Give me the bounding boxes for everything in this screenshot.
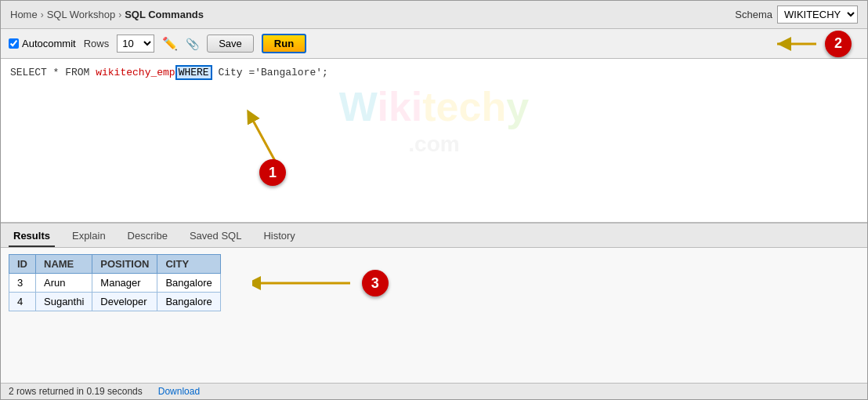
sql-text-area: SELECT * FROM wikitechy_emp WHERE City =… xyxy=(1,59,867,86)
breadcrumb-sep1: › xyxy=(41,9,44,20)
toolbar: Autocommit Rows 10 25 50 100 ✏️ 📎 Save R… xyxy=(1,29,867,59)
autocommit-checkbox[interactable] xyxy=(9,38,19,49)
main-container: Home › SQL Workshop › SQL Commands Schem… xyxy=(0,0,868,400)
schema-select[interactable]: WIKITECHY xyxy=(777,5,858,24)
annotation-3: 3 xyxy=(252,270,389,296)
download-link[interactable]: Download xyxy=(158,386,200,397)
breadcrumb-current: SQL Commands xyxy=(125,9,204,20)
run-button[interactable]: Run xyxy=(262,34,306,53)
tab-explain[interactable]: Explain xyxy=(67,227,110,247)
autocommit-label: Autocommit xyxy=(9,38,76,49)
col-city: CITY xyxy=(157,255,220,274)
sql-editor[interactable]: Wikitechy .com SELECT * FROM wikitechy_e… xyxy=(1,59,867,224)
arrow-svg-1 xyxy=(244,106,314,169)
cell-position-1: Manager xyxy=(92,274,157,293)
results-body: ID NAME POSITION CITY 3 Arun Manager Ban… xyxy=(1,248,867,318)
table-row: 3 Arun Manager Bangalore xyxy=(9,274,221,293)
tab-results[interactable]: Results xyxy=(9,227,55,247)
arrow-svg-3 xyxy=(252,275,354,291)
cell-id-2: 4 xyxy=(9,293,36,311)
edit-icon[interactable]: ✏️ xyxy=(162,36,178,51)
breadcrumb-home[interactable]: Home xyxy=(10,9,38,20)
watermark-line1: Wikitechy xyxy=(339,82,529,131)
schema-selector: Schema WIKITECHY xyxy=(735,5,858,24)
breadcrumb-bar: Home › SQL Workshop › SQL Commands Schem… xyxy=(1,1,867,29)
annotation-arrow-2: 2 xyxy=(773,31,852,57)
breadcrumb: Home › SQL Workshop › SQL Commands xyxy=(10,9,204,20)
col-position: POSITION xyxy=(92,255,157,274)
rows-label: Rows xyxy=(84,38,110,49)
annotation-circle-3: 3 xyxy=(362,270,389,296)
col-name: NAME xyxy=(36,255,92,274)
col-id: ID xyxy=(9,255,36,274)
sql-select: SELECT * FROM xyxy=(10,67,96,78)
cell-id-1: 3 xyxy=(9,274,36,293)
rows-select[interactable]: 10 25 50 100 xyxy=(117,35,154,53)
results-tabs: Results Explain Describe Saved SQL Histo… xyxy=(1,224,867,248)
watermark: Wikitechy .com xyxy=(339,82,529,158)
cell-city-1: Bangalore xyxy=(157,274,220,293)
tab-describe[interactable]: Describe xyxy=(123,227,172,247)
annotation-circle-2: 2 xyxy=(825,31,852,57)
cell-position-2: Developer xyxy=(92,293,157,311)
tab-history[interactable]: History xyxy=(259,227,299,247)
watermark-line2: .com xyxy=(339,131,529,158)
cell-name-1: Arun xyxy=(36,274,92,293)
clear-icon[interactable]: 📎 xyxy=(186,38,199,50)
status-bar: 2 rows returned in 0.19 seconds Download xyxy=(1,383,867,399)
cell-city-2: Bangalore xyxy=(157,293,220,311)
table-row: 4 Suganthi Developer Bangalore xyxy=(9,293,221,311)
sql-table-name: wikitechy_emp xyxy=(96,67,175,78)
tab-saved-sql[interactable]: Saved SQL xyxy=(185,227,247,247)
annotation-1: 1 xyxy=(244,106,314,171)
svg-line-1 xyxy=(251,118,275,161)
save-button[interactable]: Save xyxy=(207,35,254,53)
results-section: Results Explain Describe Saved SQL Histo… xyxy=(1,224,867,383)
cell-name-2: Suganthi xyxy=(36,293,92,311)
annotation-circle-1: 1 xyxy=(259,159,286,186)
arrow-svg-2 xyxy=(773,36,820,52)
sql-condition: City ='Bangalore'; xyxy=(212,67,328,78)
yellow-arrow-2 xyxy=(773,36,820,52)
schema-label: Schema xyxy=(735,9,772,20)
status-text: 2 rows returned in 0.19 seconds xyxy=(9,386,143,397)
results-table: ID NAME POSITION CITY 3 Arun Manager Ban… xyxy=(9,254,221,311)
breadcrumb-workshop[interactable]: SQL Workshop xyxy=(47,9,115,20)
breadcrumb-sep2: › xyxy=(118,9,121,20)
sql-where-highlight: WHERE xyxy=(175,65,212,80)
